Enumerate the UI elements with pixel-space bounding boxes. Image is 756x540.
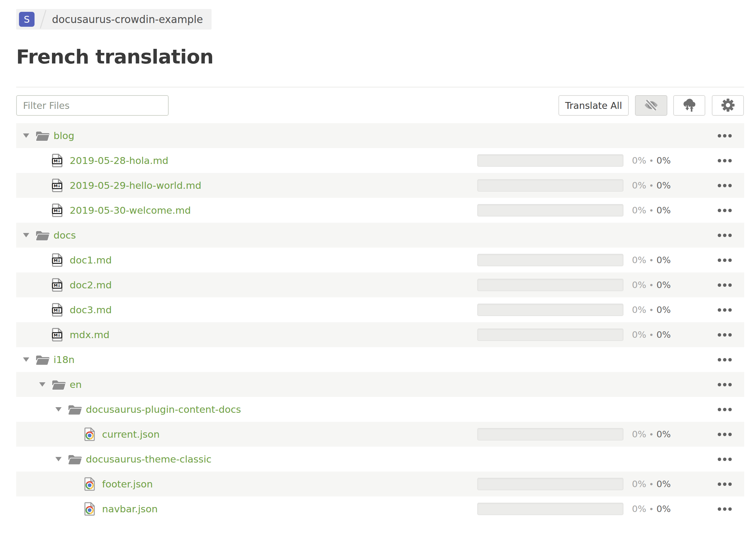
tree-item-label[interactable]: 2019-05-28-hola.md: [70, 148, 168, 173]
progress-bar: [477, 304, 624, 316]
row-menu-button[interactable]: [718, 134, 732, 137]
progress-percentages: 0%•0%: [632, 322, 671, 348]
progress-percentages: 0%•0%: [632, 148, 671, 174]
folder-icon: [36, 354, 50, 365]
tree-item-label[interactable]: i18n: [54, 347, 75, 372]
row-menu-button[interactable]: [718, 333, 732, 337]
approved-percent: 0%: [657, 255, 671, 265]
toolbar: Translate All: [0, 95, 756, 116]
cloud-download-upload-icon: [682, 98, 697, 113]
sync-files-button[interactable]: [673, 95, 705, 116]
tree-item-label[interactable]: en: [70, 372, 82, 397]
row-menu-button[interactable]: [718, 433, 732, 436]
progress-bar: [477, 279, 624, 291]
percent-separator: •: [649, 206, 654, 215]
tree-row: M↓ 2019-05-30-welcome.md 0%•0%: [16, 198, 744, 223]
progress-bar: [477, 478, 624, 490]
row-menu-button[interactable]: [718, 209, 732, 212]
settings-button[interactable]: [712, 95, 744, 116]
markdown-logo: M↓: [52, 282, 62, 289]
markdown-logo: M↓: [52, 258, 62, 264]
breadcrumb-project-name[interactable]: docusaurus-crowdin-example: [52, 13, 203, 26]
tree-item-label[interactable]: navbar.json: [102, 496, 158, 521]
caret-down-icon[interactable]: [55, 457, 62, 461]
folder-icon: [68, 454, 82, 465]
translated-percent: 0%: [632, 155, 646, 166]
row-menu-button[interactable]: [718, 234, 732, 237]
row-menu-button[interactable]: [718, 507, 732, 511]
progress-percentages: 0%•0%: [632, 173, 671, 199]
row-menu-button[interactable]: [718, 458, 732, 461]
progress-percentages: 0%•0%: [632, 496, 671, 522]
eye-off-icon: [644, 99, 659, 112]
tree-item-label[interactable]: docusaurus-plugin-content-docs: [86, 397, 241, 422]
markdown-logo: M↓: [52, 307, 62, 314]
tree-item-label[interactable]: 2019-05-30-welcome.md: [70, 198, 191, 223]
tree-item-label[interactable]: blog: [54, 123, 75, 148]
chrome-json-logo: [85, 481, 94, 489]
approved-percent: 0%: [657, 504, 671, 514]
percent-separator: •: [649, 480, 654, 489]
markdown-file-icon: M↓: [52, 253, 63, 267]
hidden-files-toggle-button[interactable]: [635, 95, 667, 116]
translated-percent: 0%: [632, 479, 646, 489]
row-menu-button[interactable]: [718, 184, 732, 187]
tree-item-label[interactable]: mdx.md: [70, 322, 109, 347]
folder-icon: [36, 230, 50, 241]
translated-percent: 0%: [632, 280, 646, 290]
tree-item-label[interactable]: current.json: [102, 422, 160, 447]
tree-row: M↓ docusaurus-theme-classic: [16, 447, 744, 472]
tree-item-label[interactable]: doc1.md: [70, 248, 112, 272]
row-menu-button[interactable]: [718, 258, 732, 262]
tree-row: M↓ doc1.md 0%•0%: [16, 248, 744, 272]
gear-icon: [721, 98, 735, 113]
tree-item-label[interactable]: docusaurus-theme-classic: [86, 447, 212, 472]
json-file-icon: [84, 427, 95, 441]
caret-down-icon[interactable]: [39, 382, 46, 387]
tree-item-label[interactable]: doc3.md: [70, 297, 112, 322]
markdown-logo: M↓: [52, 158, 62, 164]
percent-separator: •: [649, 256, 654, 265]
progress-percentages: 0%•0%: [632, 198, 671, 223]
tree-row: M↓ navbar.json 0%•0%: [16, 496, 744, 521]
translate-all-button[interactable]: Translate All: [558, 95, 629, 116]
approved-percent: 0%: [657, 205, 671, 215]
row-menu-button[interactable]: [718, 408, 732, 411]
markdown-file-icon: M↓: [52, 203, 63, 217]
tree-item-label[interactable]: doc2.md: [70, 272, 112, 297]
tree-item-label[interactable]: docs: [54, 223, 76, 248]
approved-percent: 0%: [657, 180, 671, 191]
project-logo-badge[interactable]: S: [19, 12, 35, 27]
filter-files-input[interactable]: [16, 95, 169, 116]
tree-item-label[interactable]: 2019-05-29-hello-world.md: [70, 173, 201, 198]
percent-separator: •: [649, 181, 654, 191]
row-menu-button[interactable]: [718, 383, 732, 386]
translated-percent: 0%: [632, 429, 646, 440]
markdown-logo: M↓: [52, 332, 62, 338]
tree-row: M↓ docusaurus-plugin-content-docs: [16, 397, 744, 422]
markdown-file-icon: M↓: [52, 303, 63, 317]
progress-percentages: 0%•0%: [632, 422, 671, 447]
translated-percent: 0%: [632, 504, 646, 514]
row-menu-button[interactable]: [718, 482, 732, 486]
translated-percent: 0%: [632, 305, 646, 315]
project-files-page: S docusaurus-crowdin-example French tran…: [0, 0, 756, 540]
tree-item-label[interactable]: footer.json: [102, 472, 153, 496]
row-menu-button[interactable]: [718, 358, 732, 361]
tree-row: M↓ docs: [16, 223, 744, 248]
row-menu-button[interactable]: [718, 283, 732, 287]
markdown-logo: M↓: [52, 183, 62, 189]
caret-down-icon[interactable]: [55, 407, 62, 412]
caret-down-icon[interactable]: [23, 357, 29, 362]
progress-percentages: 0%•0%: [632, 248, 671, 273]
markdown-file-icon: M↓: [52, 178, 63, 193]
approved-percent: 0%: [657, 429, 671, 440]
row-menu-button[interactable]: [718, 159, 732, 162]
caret-down-icon[interactable]: [23, 233, 29, 237]
translated-percent: 0%: [632, 255, 646, 265]
translated-percent: 0%: [632, 330, 646, 340]
tree-row: M↓ current.json 0%•0%: [16, 422, 744, 447]
row-menu-button[interactable]: [718, 308, 732, 312]
caret-down-icon[interactable]: [23, 133, 29, 138]
tree-row: M↓ en: [16, 372, 744, 397]
